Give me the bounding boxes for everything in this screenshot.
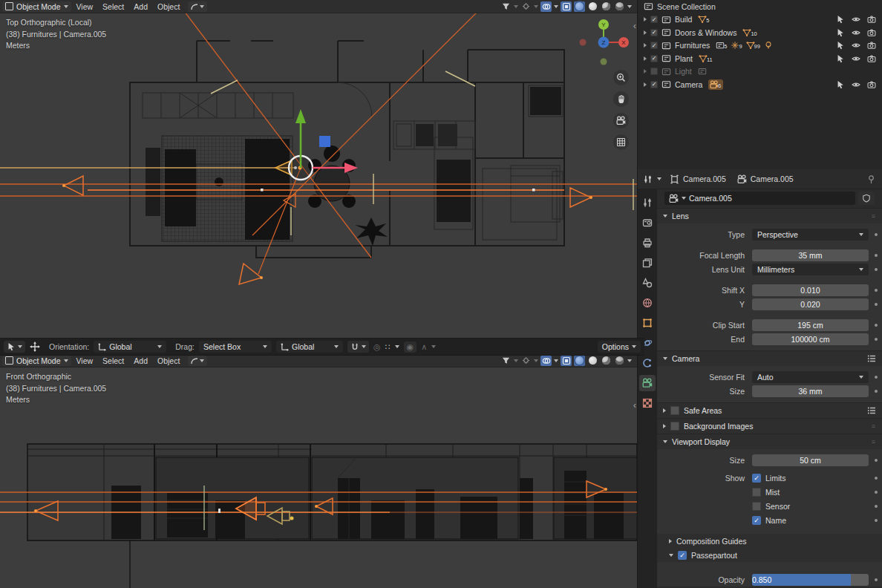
name-checkbox[interactable]: ✓ (752, 516, 761, 525)
decorate-dot[interactable] (875, 519, 878, 522)
panel-background-images-header[interactable]: ✓ Background Images ≡ (657, 418, 882, 434)
sensor-fit-dropdown[interactable]: Auto (752, 371, 869, 383)
object-mode-dropdown[interactable]: Object Mode (2, 356, 71, 366)
overlays-toggle-icon[interactable] (540, 356, 552, 366)
menu-object[interactable]: Object (153, 2, 184, 11)
transform-orientation-dropdown[interactable] (188, 1, 207, 12)
hide-viewport-icon[interactable] (852, 15, 860, 24)
falloff-curve-icon[interactable]: ∧ (421, 342, 427, 352)
breadcrumb-object[interactable]: Camera.005 (683, 174, 726, 183)
tab-texture[interactable] (639, 395, 656, 411)
passepartout-checkbox[interactable]: ✓ (678, 551, 687, 560)
tab-output[interactable] (639, 235, 656, 251)
background-images-checkbox[interactable]: ✓ (670, 422, 679, 431)
collection-checkbox[interactable]: ✓ (650, 68, 658, 75)
shading-solid-icon[interactable] (587, 1, 598, 12)
outliner-row-camera[interactable]: ✓ Camera 6 (638, 78, 882, 91)
proportional-dropdown[interactable] (395, 345, 399, 348)
disable-render-icon[interactable] (867, 15, 876, 24)
decorate-dot[interactable] (875, 390, 878, 393)
decorate-dot[interactable] (875, 578, 878, 581)
pan-button[interactable] (613, 91, 629, 107)
decorate-dot[interactable] (875, 289, 878, 292)
opacity-slider[interactable]: 0.850 (752, 574, 869, 586)
xray-toggle-icon[interactable] (561, 1, 572, 12)
selectable-icon[interactable] (836, 80, 845, 89)
tab-scene[interactable] (639, 275, 656, 291)
pivot-dropdown[interactable]: Global (276, 341, 343, 353)
options-dropdown[interactable]: Options (598, 341, 641, 353)
breadcrumb-data[interactable]: Camera.005 (751, 174, 794, 183)
floor-plan-wireframe[interactable] (0, 13, 637, 338)
selectable-icon[interactable] (836, 54, 845, 63)
collection-checkbox[interactable]: ✓ (650, 42, 658, 49)
expand-icon[interactable] (644, 30, 647, 35)
decorate-dot[interactable] (875, 324, 878, 327)
tab-view-layer[interactable] (639, 255, 656, 271)
chevron-down-icon[interactable] (657, 177, 662, 180)
tab-constraints[interactable] (639, 355, 656, 371)
visibility-filter-dropdown[interactable] (514, 359, 518, 362)
menu-add[interactable]: Add (129, 2, 152, 11)
presets-icon[interactable] (867, 354, 876, 363)
falloff-dropdown[interactable] (431, 345, 436, 348)
hide-viewport-icon[interactable] (852, 28, 860, 37)
sensor-checkbox[interactable]: ✓ (752, 502, 761, 511)
collection-checkbox[interactable]: ✓ (650, 29, 658, 36)
menu-object[interactable]: Object (153, 356, 184, 365)
overlays-dropdown[interactable] (554, 5, 558, 8)
overlays-toggle-icon[interactable] (540, 1, 552, 12)
menu-select[interactable]: Select (98, 2, 128, 11)
decorate-dot[interactable] (875, 254, 878, 257)
sidebar-collapse-arrow[interactable]: ‹ (633, 402, 636, 409)
shading-rendered-icon[interactable] (614, 1, 625, 12)
expand-icon[interactable] (644, 43, 647, 48)
decorate-dot[interactable] (875, 477, 878, 480)
gizmos-dropdown[interactable] (534, 5, 538, 8)
panel-viewport-display-header[interactable]: Viewport Display ≡ (657, 434, 882, 449)
outliner-root-row[interactable]: Scene Collection (638, 0, 882, 13)
xray-toggle-icon[interactable] (561, 356, 572, 366)
collection-checkbox[interactable]: ✓ (650, 16, 658, 23)
hide-viewport-icon[interactable] (852, 80, 860, 89)
collection-checkbox[interactable]: ✓ (650, 55, 658, 62)
shading-wireframe-icon[interactable] (574, 356, 585, 366)
visibility-filter-dropdown[interactable] (514, 5, 518, 8)
safe-areas-checkbox[interactable]: ✓ (670, 406, 679, 415)
menu-view[interactable]: View (72, 2, 98, 11)
selectable-icon[interactable] (836, 15, 845, 24)
zoom-button[interactable] (613, 70, 629, 85)
tab-render[interactable] (639, 215, 656, 231)
camera-view-button[interactable] (613, 113, 629, 128)
decorate-dot[interactable] (875, 459, 878, 462)
decorate-dot[interactable] (875, 505, 878, 508)
panel-lens-header[interactable]: Lens ≡ (657, 208, 882, 223)
focal-length-field[interactable]: 35 mm (752, 249, 869, 261)
shift-y-field[interactable]: 0.020 (752, 298, 869, 310)
tab-world[interactable] (639, 295, 656, 311)
decorate-dot[interactable] (875, 338, 878, 341)
selectable-icon[interactable] (836, 28, 845, 37)
disable-render-icon[interactable] (867, 80, 876, 89)
shading-rendered-icon[interactable] (614, 356, 625, 366)
fake-user-button[interactable] (858, 192, 875, 205)
move-gizmo-icon[interactable] (30, 342, 40, 352)
navigation-gizmo[interactable]: Y Z X (579, 15, 631, 72)
shift-x-field[interactable]: 0.010 (752, 284, 869, 296)
proportional-objects-icon[interactable]: ∷ (385, 342, 391, 352)
sensor-size-field[interactable]: 36 mm (752, 385, 869, 397)
outliner-row-plant[interactable]: ✓ Plant 11 (638, 52, 882, 65)
visibility-filter-icon[interactable] (500, 1, 512, 12)
transform-orientation-dropdown[interactable] (188, 356, 207, 366)
panel-camera-header[interactable]: Camera (657, 350, 882, 366)
proportional-editing-icon[interactable]: ◎ (373, 342, 381, 352)
outliner-row-furnitures[interactable]: ✓ Furnitures 5 9 99 (638, 39, 882, 53)
orientation-dropdown[interactable]: Global (94, 341, 166, 353)
decorate-dot[interactable] (875, 491, 878, 494)
elevation-wireframe[interactable] (0, 367, 637, 588)
panel-safe-areas-header[interactable]: ✓ Safe Areas (657, 402, 882, 418)
object-mode-dropdown[interactable]: Object Mode (2, 1, 71, 12)
hide-viewport-icon[interactable] (852, 54, 860, 63)
falloff-icon[interactable]: ◉ (404, 342, 417, 353)
sidebar-collapse-arrow[interactable]: ‹ (633, 22, 636, 30)
